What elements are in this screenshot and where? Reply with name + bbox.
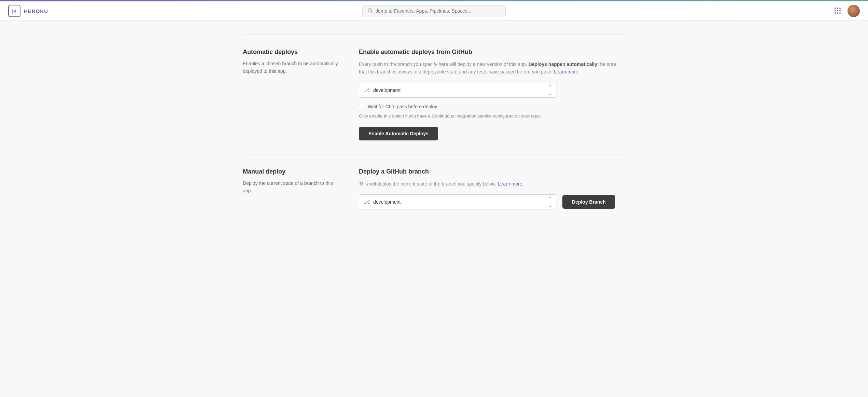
top-divider <box>243 35 625 35</box>
svg-point-5 <box>837 10 838 11</box>
svg-point-8 <box>837 12 838 14</box>
enable-automatic-deploys-button[interactable]: Enable Automatic Deploys <box>359 127 438 140</box>
main-content: Automatic deploys Enables a chosen branc… <box>229 21 639 237</box>
automatic-deploys-description: Enables a chosen branch to be automatica… <box>243 60 338 75</box>
branch-icon-manual: ⎇ <box>364 199 370 205</box>
logo-area: HEROKU <box>8 5 48 17</box>
grid-icon[interactable] <box>834 7 841 15</box>
manual-deploy-title: Manual deploy <box>243 168 338 175</box>
automatic-deploys-left: Automatic deploys Enables a chosen branc… <box>243 49 338 140</box>
automatic-deploys-info: Every push to the branch you specify her… <box>359 60 625 76</box>
header-right <box>834 5 860 17</box>
search-input[interactable] <box>376 8 501 14</box>
ci-checkbox-row: Wait for CI to pass before deploy <box>359 104 625 109</box>
manual-info-text-before: This will deploy the current state of th… <box>359 181 498 187</box>
logo-text: HEROKU <box>24 8 48 14</box>
manual-deploy-left: Manual deploy Deploy the current state o… <box>243 168 338 209</box>
heroku-logo-icon <box>8 5 20 17</box>
svg-point-6 <box>839 10 841 11</box>
manual-deploy-description: Deploy the current state of a branch to … <box>243 179 338 195</box>
svg-point-1 <box>835 8 836 9</box>
header: HEROKU <box>0 0 868 21</box>
manual-deploy-right-title: Deploy a GitHub branch <box>359 168 625 175</box>
branch-icon-auto: ⎇ <box>364 87 370 93</box>
svg-point-7 <box>835 12 836 14</box>
svg-point-9 <box>839 12 841 14</box>
ci-checkbox-label[interactable]: Wait for CI to pass before deploy <box>368 104 437 109</box>
search-icon <box>367 8 373 14</box>
manual-deploy-section: Manual deploy Deploy the current state o… <box>243 168 625 223</box>
manual-deploy-branch-select-wrapper[interactable]: ⎇ development main staging production ⌃⌄ <box>359 194 557 209</box>
manual-deploy-branch-select[interactable]: development main staging production <box>373 199 552 205</box>
auto-deploy-branch-select[interactable]: development main staging production <box>373 87 552 93</box>
manual-deploy-right: Deploy a GitHub branch This will deploy … <box>359 168 625 209</box>
automatic-deploys-title: Automatic deploys <box>243 49 338 56</box>
svg-point-2 <box>837 8 838 9</box>
section-divider <box>243 154 625 154</box>
info-text-bold: Deploys happen automatically: <box>529 61 599 67</box>
automatic-deploys-right: Enable automatic deploys from GitHub Eve… <box>359 49 625 140</box>
manual-deploy-info: This will deploy the current state of th… <box>359 180 625 188</box>
ci-note: Only enable this option if you have a Co… <box>359 113 625 119</box>
automatic-deploys-section: Automatic deploys Enables a chosen branc… <box>243 49 625 154</box>
learn-more-link-auto[interactable]: Learn more <box>554 69 578 74</box>
svg-point-4 <box>835 10 836 11</box>
manual-deploy-row: ⎇ development main staging production ⌃⌄… <box>359 194 625 209</box>
ci-checkbox[interactable] <box>359 104 364 109</box>
learn-more-link-manual[interactable]: Learn more <box>498 181 522 187</box>
search-bar[interactable] <box>362 5 506 17</box>
svg-point-3 <box>839 8 841 9</box>
avatar-image <box>848 5 860 17</box>
auto-deploy-branch-select-wrapper[interactable]: ⎇ development main staging production ⌃⌄ <box>359 83 557 98</box>
avatar[interactable] <box>848 5 860 17</box>
info-text-before: Every push to the branch you specify her… <box>359 61 529 67</box>
automatic-deploys-right-title: Enable automatic deploys from GitHub <box>359 49 625 56</box>
deploy-branch-button[interactable]: Deploy Branch <box>562 195 615 209</box>
